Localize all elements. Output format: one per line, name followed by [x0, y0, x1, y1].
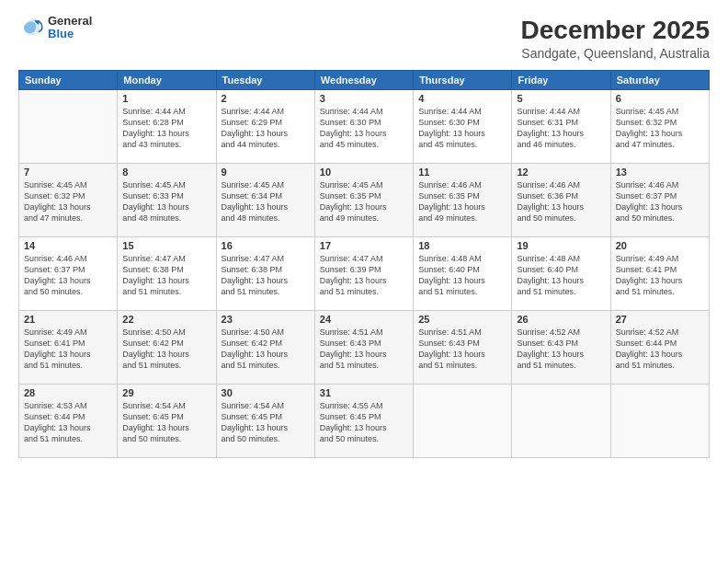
day-number: 12	[517, 167, 605, 178]
day-info: Sunrise: 4:44 AM Sunset: 6:30 PM Dayligh…	[320, 106, 408, 151]
day-number: 27	[616, 314, 704, 325]
day-info: Sunrise: 4:54 AM Sunset: 6:45 PM Dayligh…	[222, 400, 310, 445]
day-info: Sunrise: 4:47 AM Sunset: 6:39 PM Dayligh…	[320, 253, 408, 298]
table-row: 14Sunrise: 4:46 AM Sunset: 6:37 PM Dayli…	[19, 236, 118, 310]
table-row: 20Sunrise: 4:49 AM Sunset: 6:41 PM Dayli…	[610, 236, 709, 310]
table-row: 26Sunrise: 4:52 AM Sunset: 6:43 PM Dayli…	[512, 310, 610, 384]
day-info: Sunrise: 4:48 AM Sunset: 6:40 PM Dayligh…	[418, 253, 506, 298]
day-info: Sunrise: 4:46 AM Sunset: 6:37 PM Dayligh…	[616, 179, 704, 224]
col-monday: Monday	[118, 70, 216, 89]
day-info: Sunrise: 4:50 AM Sunset: 6:42 PM Dayligh…	[222, 327, 310, 372]
day-number: 25	[418, 314, 506, 325]
table-row: 30Sunrise: 4:54 AM Sunset: 6:45 PM Dayli…	[216, 384, 314, 457]
day-info: Sunrise: 4:47 AM Sunset: 6:38 PM Dayligh…	[222, 253, 310, 298]
day-number: 6	[616, 93, 704, 104]
col-tuesday: Tuesday	[216, 70, 314, 89]
day-number: 4	[418, 93, 506, 104]
title-block: December 2025 Sandgate, Queensland, Aust…	[521, 15, 710, 61]
table-row: 2Sunrise: 4:44 AM Sunset: 6:29 PM Daylig…	[216, 89, 314, 163]
day-info: Sunrise: 4:46 AM Sunset: 6:36 PM Dayligh…	[517, 179, 605, 224]
col-wednesday: Wednesday	[314, 70, 413, 89]
day-number: 16	[222, 240, 310, 251]
day-info: Sunrise: 4:51 AM Sunset: 6:43 PM Dayligh…	[320, 327, 408, 372]
table-row: 18Sunrise: 4:48 AM Sunset: 6:40 PM Dayli…	[414, 236, 512, 310]
col-saturday: Saturday	[610, 70, 709, 89]
day-info: Sunrise: 4:46 AM Sunset: 6:35 PM Dayligh…	[418, 179, 506, 224]
logo-blue-text: Blue	[48, 28, 92, 40]
table-row	[610, 384, 709, 457]
table-row: 28Sunrise: 4:53 AM Sunset: 6:44 PM Dayli…	[19, 384, 118, 457]
day-info: Sunrise: 4:49 AM Sunset: 6:41 PM Dayligh…	[24, 327, 112, 372]
table-row: 5Sunrise: 4:44 AM Sunset: 6:31 PM Daylig…	[512, 89, 610, 163]
table-row: 3Sunrise: 4:44 AM Sunset: 6:30 PM Daylig…	[314, 89, 413, 163]
col-thursday: Thursday	[414, 70, 512, 89]
day-number: 15	[122, 240, 210, 251]
day-info: Sunrise: 4:52 AM Sunset: 6:43 PM Dayligh…	[517, 327, 605, 372]
calendar-week-row: 14Sunrise: 4:46 AM Sunset: 6:37 PM Dayli…	[19, 236, 710, 310]
col-sunday: Sunday	[19, 70, 118, 89]
main-title: December 2025	[521, 15, 710, 46]
day-number: 7	[24, 167, 112, 178]
day-info: Sunrise: 4:49 AM Sunset: 6:41 PM Dayligh…	[616, 253, 704, 298]
day-number: 9	[222, 167, 310, 178]
day-info: Sunrise: 4:48 AM Sunset: 6:40 PM Dayligh…	[517, 253, 605, 298]
day-number: 2	[222, 93, 310, 104]
day-number: 28	[24, 387, 112, 398]
table-row: 11Sunrise: 4:46 AM Sunset: 6:35 PM Dayli…	[414, 163, 512, 236]
day-info: Sunrise: 4:44 AM Sunset: 6:30 PM Dayligh…	[418, 106, 506, 151]
table-row: 16Sunrise: 4:47 AM Sunset: 6:38 PM Dayli…	[216, 236, 314, 310]
day-number: 3	[320, 93, 408, 104]
table-row: 12Sunrise: 4:46 AM Sunset: 6:36 PM Dayli…	[512, 163, 610, 236]
day-number: 5	[517, 93, 605, 104]
day-info: Sunrise: 4:51 AM Sunset: 6:43 PM Dayligh…	[418, 327, 506, 372]
day-info: Sunrise: 4:45 AM Sunset: 6:33 PM Dayligh…	[122, 179, 210, 224]
day-info: Sunrise: 4:45 AM Sunset: 6:32 PM Dayligh…	[24, 179, 112, 224]
day-info: Sunrise: 4:44 AM Sunset: 6:28 PM Dayligh…	[122, 106, 210, 151]
table-row: 22Sunrise: 4:50 AM Sunset: 6:42 PM Dayli…	[118, 310, 216, 384]
table-row	[414, 384, 512, 457]
table-row: 24Sunrise: 4:51 AM Sunset: 6:43 PM Dayli…	[314, 310, 413, 384]
table-row: 8Sunrise: 4:45 AM Sunset: 6:33 PM Daylig…	[118, 163, 216, 236]
day-number: 18	[418, 240, 506, 251]
day-info: Sunrise: 4:44 AM Sunset: 6:29 PM Dayligh…	[222, 106, 310, 151]
day-info: Sunrise: 4:44 AM Sunset: 6:31 PM Dayligh…	[517, 106, 605, 151]
logo-general-text: General	[48, 15, 92, 28]
table-row: 4Sunrise: 4:44 AM Sunset: 6:30 PM Daylig…	[414, 89, 512, 163]
table-row: 10Sunrise: 4:45 AM Sunset: 6:35 PM Dayli…	[314, 163, 413, 236]
day-number: 11	[418, 167, 506, 178]
day-number: 26	[517, 314, 605, 325]
logo-icon	[18, 15, 44, 40]
day-number: 30	[222, 387, 310, 398]
day-info: Sunrise: 4:53 AM Sunset: 6:44 PM Dayligh…	[24, 400, 112, 445]
page: General Blue December 2025 Sandgate, Que…	[0, 0, 728, 563]
logo: General Blue	[18, 15, 92, 41]
table-row: 7Sunrise: 4:45 AM Sunset: 6:32 PM Daylig…	[19, 163, 118, 236]
table-row: 9Sunrise: 4:45 AM Sunset: 6:34 PM Daylig…	[216, 163, 314, 236]
day-info: Sunrise: 4:55 AM Sunset: 6:45 PM Dayligh…	[320, 400, 408, 445]
calendar-header-row: Sunday Monday Tuesday Wednesday Thursday…	[19, 70, 710, 89]
table-row: 19Sunrise: 4:48 AM Sunset: 6:40 PM Dayli…	[512, 236, 610, 310]
day-info: Sunrise: 4:45 AM Sunset: 6:32 PM Dayligh…	[616, 106, 704, 151]
table-row: 29Sunrise: 4:54 AM Sunset: 6:45 PM Dayli…	[118, 384, 216, 457]
calendar-week-row: 7Sunrise: 4:45 AM Sunset: 6:32 PM Daylig…	[19, 163, 710, 236]
day-number: 24	[320, 314, 408, 325]
col-friday: Friday	[512, 70, 610, 89]
header: General Blue December 2025 Sandgate, Que…	[18, 15, 710, 61]
day-number: 23	[222, 314, 310, 325]
day-number: 17	[320, 240, 408, 251]
day-number: 10	[320, 167, 408, 178]
table-row: 6Sunrise: 4:45 AM Sunset: 6:32 PM Daylig…	[610, 89, 709, 163]
day-number: 1	[122, 93, 210, 104]
calendar-week-row: 1Sunrise: 4:44 AM Sunset: 6:28 PM Daylig…	[19, 89, 710, 163]
table-row: 13Sunrise: 4:46 AM Sunset: 6:37 PM Dayli…	[610, 163, 709, 236]
day-info: Sunrise: 4:45 AM Sunset: 6:35 PM Dayligh…	[320, 179, 408, 224]
table-row: 1Sunrise: 4:44 AM Sunset: 6:28 PM Daylig…	[118, 89, 216, 163]
day-number: 31	[320, 387, 408, 398]
day-number: 21	[24, 314, 112, 325]
table-row: 21Sunrise: 4:49 AM Sunset: 6:41 PM Dayli…	[19, 310, 118, 384]
day-info: Sunrise: 4:47 AM Sunset: 6:38 PM Dayligh…	[122, 253, 210, 298]
day-number: 19	[517, 240, 605, 251]
calendar-table: Sunday Monday Tuesday Wednesday Thursday…	[18, 70, 710, 458]
day-number: 14	[24, 240, 112, 251]
table-row: 25Sunrise: 4:51 AM Sunset: 6:43 PM Dayli…	[414, 310, 512, 384]
